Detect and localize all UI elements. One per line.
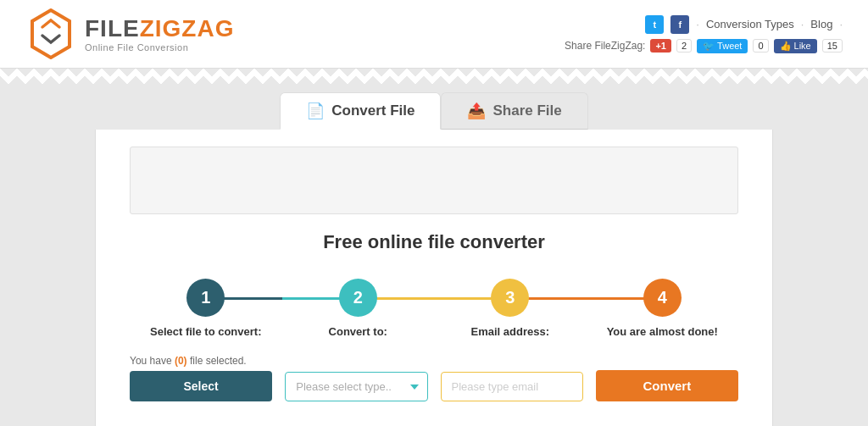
tweet-bird-icon: 🐦 (703, 41, 715, 52)
step3-number: 3 (505, 288, 515, 307)
step3-control (441, 372, 583, 401)
tabs-area: 📄 Convert File 📤 Share File (0, 84, 868, 130)
tab-share[interactable]: 📤 Share File (441, 92, 587, 130)
share-label: Share FileZigZag: (565, 40, 645, 52)
gplus-label: +1 (655, 41, 666, 51)
step-4: 4 You are almost done! (587, 279, 739, 338)
tweet-button[interactable]: 🐦 Tweet (697, 39, 748, 53)
step-2: 2 Convert to: (282, 279, 435, 338)
step1-label: Select file to convert: (150, 325, 261, 338)
convert-tab-icon: 📄 (306, 102, 325, 120)
tab-convert-label: Convert File (331, 102, 415, 119)
logo-text-area: FILEZIGZAG Online File Conversion (85, 15, 234, 53)
twitter-icon[interactable]: t (645, 15, 664, 34)
tweet-count: 0 (753, 39, 768, 53)
step1-number: 1 (201, 288, 210, 307)
step4-control: Convert (596, 370, 738, 401)
step3-label: Email address: (471, 325, 550, 338)
gplus-count: 2 (676, 39, 692, 53)
tweet-label: Tweet (717, 41, 742, 51)
content-wrapper: Free online file converter 1 Select file… (0, 130, 868, 426)
step2-control: Please select type.. (285, 372, 427, 401)
step4-number: 4 (658, 288, 667, 307)
step-1: 1 Select file to convert: (130, 279, 282, 338)
logo-area: FILEZIGZAG Online File Conversion (25, 8, 234, 59)
conversion-types-link[interactable]: Conversion Types (706, 18, 794, 30)
blog-link[interactable]: Blog (810, 18, 832, 30)
like-count: 15 (822, 39, 843, 53)
tab-share-label: Share File (492, 102, 561, 119)
header: FILEZIGZAG Online File Conversion t f · … (0, 0, 868, 69)
logo-subtitle: Online File Conversion (85, 42, 234, 53)
facebook-icon[interactable]: f (670, 15, 689, 34)
logo-zigzag-text: ZIGZAG (140, 15, 235, 41)
step4-circle: 4 (643, 279, 682, 317)
controls-row: You have (0) file selected. Select Pleas… (130, 355, 738, 401)
share-tab-icon: 📤 (467, 102, 486, 120)
convert-button[interactable]: Convert (596, 370, 738, 401)
header-nav: t f · Conversion Types · Blog · (645, 15, 843, 34)
step2-circle: 2 (339, 279, 377, 317)
email-input[interactable] (441, 372, 583, 401)
step2-label: Convert to: (329, 325, 387, 338)
svg-marker-0 (32, 10, 70, 58)
like-button[interactable]: 👍 Like (774, 39, 817, 53)
header-right: t f · Conversion Types · Blog · Share Fi… (565, 15, 843, 53)
select-button[interactable]: Select (130, 371, 272, 401)
step2-number: 2 (353, 288, 363, 307)
thumbsup-icon: 👍 (780, 41, 792, 52)
step1-circle: 1 (186, 279, 225, 317)
gplus-button[interactable]: +1 (650, 39, 671, 53)
logo-main: FILEZIGZAG (85, 15, 234, 42)
page-title: Free online file converter (130, 231, 738, 253)
tab-convert[interactable]: 📄 Convert File (280, 92, 441, 130)
logo-icon (25, 8, 76, 59)
step-3: 3 Email address: (434, 279, 587, 338)
steps-row: 1 Select file to convert: 2 Convert to: (130, 279, 738, 338)
main-card: Free online file converter 1 Select file… (95, 130, 773, 426)
ad-placeholder (130, 147, 738, 214)
file-count-text: You have (0) file selected. (130, 355, 247, 367)
like-label: Like (794, 41, 811, 51)
logo-file-text: FILE (85, 15, 140, 41)
type-select[interactable]: Please select type.. (285, 372, 427, 401)
step3-circle: 3 (491, 279, 529, 317)
step4-label: You are almost done! (607, 325, 718, 338)
file-count-number: (0) (175, 355, 187, 367)
share-row: Share FileZigZag: +1 2 🐦 Tweet 0 👍 Like … (565, 39, 843, 53)
step1-control: You have (0) file selected. Select (130, 355, 272, 401)
tabs-wrapper: 📄 Convert File 📤 Share File Free online … (0, 84, 868, 426)
zigzag-border (0, 69, 868, 84)
